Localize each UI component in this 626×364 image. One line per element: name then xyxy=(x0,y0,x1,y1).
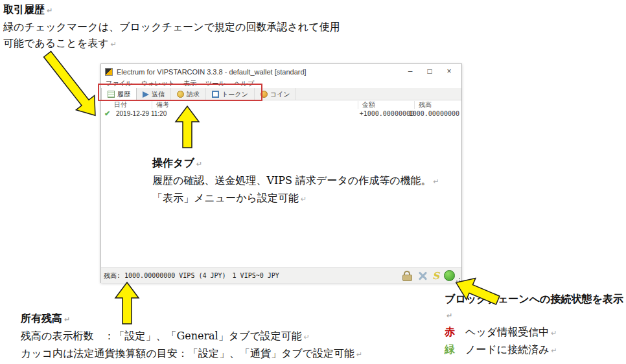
linebreak-mark: ↵ xyxy=(196,160,202,168)
linebreak-mark: ↵ xyxy=(434,177,439,186)
column-divider xyxy=(152,101,152,109)
column-header-amount[interactable]: 金額 xyxy=(362,100,375,109)
fiat-rate-text: 1 VIPS~0 JPY xyxy=(233,272,279,279)
network-status-circle-icon[interactable] xyxy=(444,270,455,281)
minimize-button[interactable]: – xyxy=(400,64,420,79)
transaction-balance: 1000.00000000 xyxy=(409,110,459,117)
balance-status-text: 残高: 1000.00000000 VIPS (4 JPY) xyxy=(104,271,226,280)
callout-arrow-to-balance xyxy=(115,282,139,324)
annotation-line-text: 履歴の確認、送金処理、VIPS 請求データの作成等の機能。 xyxy=(152,174,432,187)
legend-row-red: 赤ヘッダ情報受信中↵ xyxy=(445,324,626,341)
legend-text: ノードに接続済み xyxy=(465,343,550,356)
linebreak-mark: ↵ xyxy=(111,40,117,49)
legend-key-green: 緑 xyxy=(445,343,455,356)
linebreak-mark: ↵ xyxy=(356,350,362,359)
history-table-header: 日付 備考 金額 残高 xyxy=(101,100,461,109)
status-bar: 残高: 1000.00000000 VIPS (4 JPY) 1 VIPS~0 … xyxy=(101,267,461,283)
column-header-date[interactable]: 日付 xyxy=(114,100,127,109)
linebreak-mark: ↵ xyxy=(47,6,52,15)
annotation-title-text: 所有残高 xyxy=(21,312,62,324)
linebreak-mark: ↵ xyxy=(304,333,310,341)
document-page: 取引履歴↵ 緑のチェックマークは、ブロックチェーンで規定の回数承認されて使用 可… xyxy=(0,0,626,364)
window-titlebar[interactable]: Electrum for VIPSTARCOIN 3.3.8 - default… xyxy=(101,64,461,79)
window-title: Electrum for VIPSTARCOIN 3.3.8 - default… xyxy=(117,68,400,76)
electrum-logo-icon xyxy=(105,68,113,76)
close-button[interactable]: × xyxy=(439,64,459,79)
status-icons: S xyxy=(402,270,455,281)
annotation-title: 所有残高↵ xyxy=(21,311,362,328)
maximize-button[interactable]: □ xyxy=(420,64,439,79)
lock-icon[interactable] xyxy=(402,271,413,281)
annotation-transaction-history: 取引履歴↵ 緑のチェックマークは、ブロックチェーンで規定の回数承認されて使用 可… xyxy=(3,2,340,52)
annotation-operation-tabs: 操作タブ↵ 履歴の確認、送金処理、VIPS 請求データの作成等の機能。↵ 「表示… xyxy=(152,155,439,207)
linebreak-mark: ↵ xyxy=(551,329,557,337)
linebreak-mark: ↵ xyxy=(301,195,307,203)
annotation-title: 操作タブ↵ xyxy=(152,155,439,172)
linebreak-mark: ↵ xyxy=(446,312,452,320)
annotation-line: 「表示」メニューから設定可能↵ xyxy=(152,190,439,207)
legend-row-green: 緑ノードに接続済み↵ xyxy=(445,341,626,359)
linebreak-mark: ↵ xyxy=(64,315,70,324)
preferences-tools-icon[interactable] xyxy=(417,271,428,281)
column-header-balance[interactable]: 残高 xyxy=(419,100,432,109)
annotation-title-text: 取引履歴 xyxy=(3,3,45,16)
window-controls: – □ × xyxy=(400,64,459,79)
seed-icon[interactable]: S xyxy=(432,271,439,281)
confirmed-checkmark-icon: ✔ xyxy=(104,109,110,118)
callout-arrow-to-tabs xyxy=(175,106,200,148)
column-header-note[interactable]: 備考 xyxy=(156,100,169,109)
legend-key-red: 赤 xyxy=(445,326,455,338)
annotation-title-text: 操作タブ xyxy=(152,157,194,169)
transaction-row[interactable]: ✔ 2019-12-29 11:20 +1000.00000000 1000.0… xyxy=(101,109,461,119)
annotation-line-text: カッコ内は法定通貨換算額の目安：「設定」、「通貨」タブで設定可能 xyxy=(21,347,354,359)
annotation-owned-balance: 所有残高↵ 残高の表示桁数 ：「設定」、「General」タブで設定可能↵ カッ… xyxy=(21,311,362,363)
annotation-line-text: 残高の表示桁数 ：「設定」、「General」タブで設定可能 xyxy=(21,330,302,342)
tabs-highlight-box xyxy=(98,84,262,101)
annotation-line: 緑のチェックマークは、ブロックチェーンで規定の回数承認されて使用 xyxy=(3,19,340,35)
callout-arrow-to-checkmark xyxy=(37,46,105,124)
column-divider xyxy=(358,101,358,109)
lock-body xyxy=(402,275,412,281)
column-divider xyxy=(414,101,415,109)
transaction-date: 2019-12-29 11:20 xyxy=(116,110,167,117)
legend-text: ヘッダ情報受信中 xyxy=(465,326,549,338)
annotation-line-text: 緑のチェックマークは、ブロックチェーンで規定の回数承認されて使用 xyxy=(3,21,340,33)
linebreak-mark: ↵ xyxy=(551,347,557,355)
annotation-line: 残高の表示桁数 ：「設定」、「General」タブで設定可能↵ xyxy=(21,328,362,345)
annotation-line: 履歴の確認、送金処理、VIPS 請求データの作成等の機能。↵ xyxy=(152,172,439,190)
annotation-line-text: 「表示」メニューから設定可能 xyxy=(152,192,299,204)
annotation-line: カッコ内は法定通貨換算額の目安：「設定」、「通貨」タブで設定可能↵ xyxy=(21,345,362,363)
annotation-title: 取引履歴↵ xyxy=(3,2,340,19)
tab-label: コイン xyxy=(270,90,290,99)
transaction-amount: +1000.00000000 xyxy=(360,110,414,117)
